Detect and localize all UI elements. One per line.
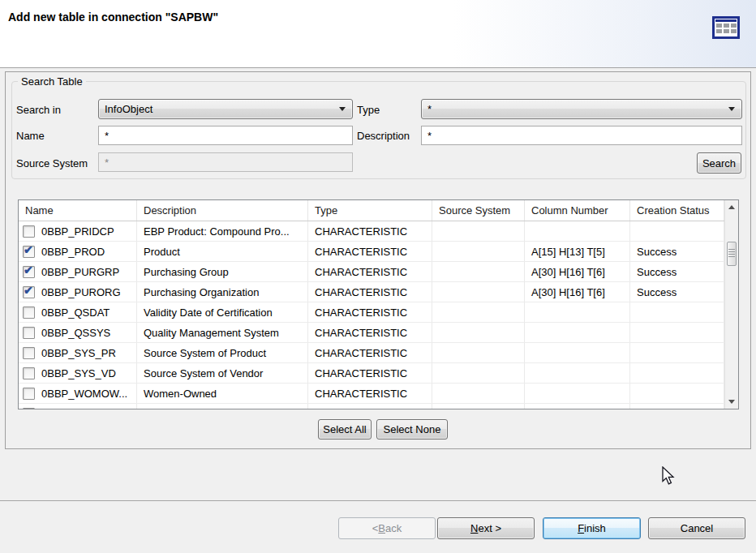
row-checkbox[interactable] [23, 225, 35, 238]
search-in-value: InfoObject [105, 103, 152, 115]
row-creation-status [630, 384, 724, 403]
description-label: Description [357, 130, 410, 143]
column-header-column-number[interactable]: Column Number [525, 200, 630, 221]
table-row[interactable]: 0BBP_SYS_VD Source System of Vendor CHAR… [19, 363, 724, 384]
scroll-up-icon[interactable] [725, 200, 739, 214]
row-description: Quality Management System [137, 323, 308, 342]
row-checkbox[interactable] [23, 367, 35, 379]
row-source-system [432, 262, 525, 281]
table-body: 0BBP_PRIDCP EBP Product: Compound Pro...… [19, 221, 724, 409]
row-creation-status: Success [630, 242, 724, 261]
table-header: Name Description Type Source System Colu… [19, 200, 738, 221]
search-table-group-label: Search Table [18, 75, 86, 88]
row-description: Source System of Product [137, 343, 308, 362]
cancel-button[interactable]: Cancel [648, 517, 745, 539]
description-input[interactable]: * [421, 126, 742, 145]
row-checkbox[interactable] [23, 307, 35, 319]
vertical-scrollbar[interactable] [724, 200, 738, 409]
type-combo[interactable]: * [421, 99, 742, 119]
results-table[interactable]: Name Description Type Source System Colu… [18, 199, 739, 409]
row-column-number [525, 221, 630, 241]
row-checkbox[interactable] [23, 286, 35, 298]
row-column-number [525, 323, 630, 342]
row-description: Purchasing Organization [137, 282, 308, 302]
row-creation-status [630, 343, 724, 362]
row-source-system [432, 242, 525, 261]
row-checkbox[interactable] [23, 246, 35, 258]
column-header-source-system[interactable]: Source System [432, 200, 525, 221]
name-input-value: * [105, 130, 109, 142]
table-icon [711, 14, 741, 40]
source-system-input-value: * [105, 156, 109, 169]
next-button[interactable]: Next > [437, 517, 535, 539]
row-checkbox[interactable] [23, 388, 35, 400]
row-type: CHARACTERISTIC [308, 242, 432, 261]
row-type: CHARACTERISTIC [308, 282, 432, 302]
table-row[interactable]: 0BBP_QSSYS Quality Management System CHA… [19, 323, 724, 343]
chevron-down-icon [339, 107, 346, 111]
name-input[interactable]: * [98, 126, 353, 145]
row-type: CHARACTERISTIC [308, 343, 432, 362]
row-type: CHARACTERISTIC [308, 221, 432, 241]
scroll-down-icon[interactable] [725, 395, 739, 409]
row-description: Source System of Vendor [137, 363, 308, 383]
row-checkbox[interactable] [23, 327, 35, 339]
column-header-type[interactable]: Type [308, 200, 432, 221]
row-name: 0BBP_WOMOW... [41, 388, 127, 400]
table-row[interactable]: 0BBP_PRIDCP EBP Product: Compound Pro...… [19, 221, 724, 242]
row-creation-status [630, 302, 724, 322]
type-value: * [427, 103, 432, 115]
row-checkbox[interactable] [23, 408, 35, 409]
table-row[interactable]: 0BBP_SYS_PR Source System of Product CHA… [19, 343, 724, 363]
back-button: < Back [338, 517, 436, 539]
search-in-label: Search in [16, 104, 61, 117]
row-type: CHARACTERISTIC [308, 363, 432, 383]
row-checkbox[interactable] [23, 266, 35, 278]
search-in-combo[interactable]: InfoObject [98, 99, 353, 119]
row-description: Validity Date of Certification [137, 302, 308, 322]
wizard-header: Add new table in connection "SAPBW" [0, 0, 756, 68]
row-name: 0BBP_PURGRP [41, 266, 119, 278]
row-name: 0BBP_SYS_PR [41, 347, 116, 359]
row-column-number [525, 343, 630, 362]
column-header-description[interactable]: Description [137, 200, 308, 221]
select-none-button[interactable]: Select None [376, 419, 448, 439]
row-source-system [432, 363, 525, 383]
row-description: EBP Product: Compound Pro... [137, 221, 308, 241]
column-header-creation-status[interactable]: Creation Status [630, 200, 724, 221]
finish-button[interactable]: Finish [543, 517, 641, 539]
row-column-number: A[30] H[16] T[6] [525, 282, 630, 302]
table-row[interactable]: 0BBP_PROD Product CHARACTERISTIC A[15] H… [19, 242, 724, 262]
source-system-input: * [98, 152, 353, 172]
row-description [137, 404, 308, 409]
chevron-down-icon [728, 107, 735, 111]
row-name: 0BBP_QSSYS [41, 327, 110, 339]
row-name: 0BBP_PRIDCP [41, 225, 114, 238]
row-type: CHARACTERISTIC [308, 262, 432, 281]
row-column-number: A[30] H[16] T[6] [525, 262, 630, 281]
table-row[interactable]: 0BBP_WOMOW... Women-Owned CHARACTERISTIC [19, 384, 724, 404]
row-creation-status [630, 404, 724, 409]
row-description: Women-Owned [137, 384, 308, 403]
mouse-cursor [661, 466, 677, 487]
description-input-value: * [427, 130, 432, 142]
source-system-label: Source System [16, 157, 88, 170]
row-checkbox[interactable] [23, 347, 35, 359]
table-row[interactable] [19, 404, 724, 409]
row-name: 0BBP_QSDAT [41, 307, 110, 319]
row-column-number [525, 404, 630, 409]
column-header-name[interactable]: Name [19, 200, 137, 221]
type-label: Type [357, 104, 380, 117]
search-button[interactable]: Search [697, 152, 741, 174]
table-row[interactable]: 0BBP_PURORG Purchasing Organization CHAR… [19, 282, 724, 302]
name-label: Name [16, 130, 45, 143]
table-row[interactable]: 0BBP_PURGRP Purchasing Group CHARACTERIS… [19, 262, 724, 282]
select-all-button[interactable]: Select All [318, 419, 372, 439]
table-row[interactable]: 0BBP_QSDAT Validity Date of Certificatio… [19, 302, 724, 323]
wizard-dialog: Add new table in connection "SAPBW" Sear… [0, 0, 756, 553]
row-creation-status [630, 323, 724, 342]
row-source-system [432, 323, 525, 342]
row-type: CHARACTERISTIC [308, 384, 432, 403]
scrollbar-thumb[interactable] [727, 242, 737, 266]
row-type: CHARACTERISTIC [308, 302, 432, 322]
